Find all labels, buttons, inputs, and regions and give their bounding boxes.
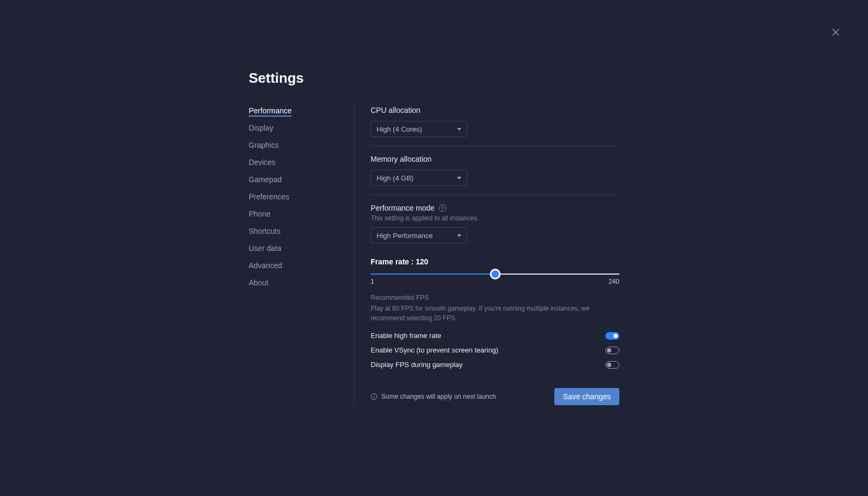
cpu-allocation-label: CPU allocation	[371, 106, 619, 114]
slider-fill	[371, 274, 495, 275]
frame-rate-max: 240	[609, 278, 619, 285]
sidebar: Performance Display Graphics Devices Gam…	[249, 106, 322, 405]
memory-allocation-value: High (4 GB)	[377, 174, 414, 182]
close-button[interactable]	[829, 26, 842, 39]
sidebar-item-gamepad[interactable]: Gamepad	[249, 175, 281, 185]
sidebar-item-shortcuts[interactable]: Shortcuts	[249, 226, 280, 237]
memory-allocation-select[interactable]: High (4 GB)	[371, 170, 467, 186]
frame-rate-slider[interactable]	[371, 274, 619, 275]
recommended-fps-body: Play at 60 FPS for smooth gameplay. If y…	[371, 304, 619, 323]
memory-allocation-label: Memory allocation	[371, 155, 619, 163]
sidebar-item-about[interactable]: About	[249, 278, 269, 289]
sidebar-item-preferences[interactable]: Preferences	[249, 192, 289, 203]
frame-rate-label: Frame rate : 120	[371, 257, 619, 266]
performance-mode-label: Performance mode ?	[371, 204, 619, 212]
frame-rate-min: 1	[371, 278, 374, 285]
display-fps-toggle[interactable]	[605, 361, 619, 369]
enable-high-frame-rate-label: Enable high frame rate	[371, 332, 442, 340]
sidebar-item-devices[interactable]: Devices	[249, 157, 276, 168]
help-icon[interactable]: ?	[439, 204, 446, 212]
chevron-down-icon	[457, 177, 461, 179]
performance-mode-value: High Performance	[377, 232, 433, 240]
enable-vsync-label: Enable VSync (to prevent screen tearing)	[371, 346, 498, 354]
enable-vsync-toggle[interactable]	[605, 347, 619, 354]
sidebar-item-user-data[interactable]: User data	[249, 243, 281, 254]
cpu-allocation-value: High (4 Cores)	[377, 125, 422, 133]
info-icon: i	[371, 393, 377, 400]
sidebar-item-display[interactable]: Display	[249, 123, 273, 134]
info-note: i Some changes will apply on next launch	[371, 393, 496, 400]
performance-mode-subtitle: This setting is applied to all instances…	[371, 214, 619, 222]
page-title: Settings	[249, 70, 619, 87]
enable-high-frame-rate-toggle[interactable]	[605, 332, 619, 340]
sidebar-item-graphics[interactable]: Graphics	[249, 140, 279, 151]
slider-thumb[interactable]	[490, 269, 501, 279]
sidebar-item-phone[interactable]: Phone	[249, 209, 270, 220]
performance-mode-select[interactable]: High Performance	[371, 227, 467, 243]
recommended-fps-title: Recommended FPS	[371, 294, 619, 301]
chevron-down-icon	[457, 128, 461, 131]
chevron-down-icon	[457, 234, 461, 237]
sidebar-item-advanced[interactable]: Advanced	[249, 261, 282, 271]
close-icon	[831, 28, 840, 37]
sidebar-item-performance[interactable]: Performance	[249, 106, 292, 117]
cpu-allocation-select[interactable]: High (4 Cores)	[371, 121, 467, 137]
display-fps-label: Display FPS during gameplay	[371, 361, 462, 369]
save-changes-button[interactable]: Save changes	[554, 388, 619, 405]
